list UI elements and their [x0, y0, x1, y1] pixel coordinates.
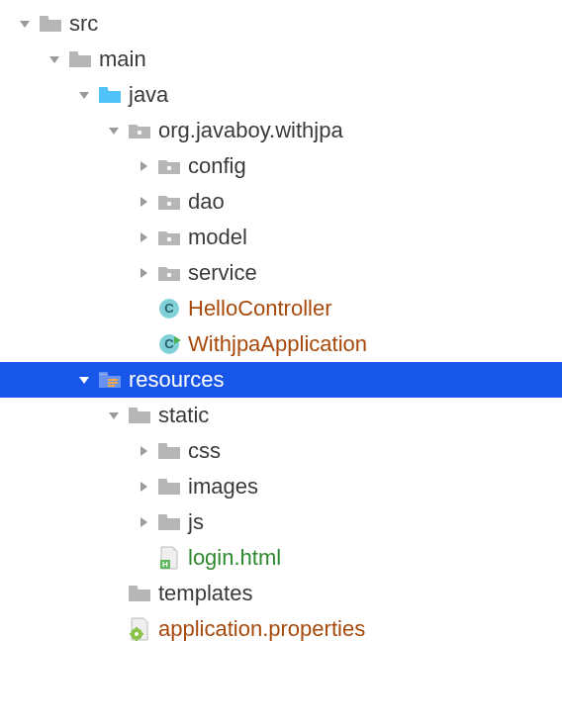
folder-src[interactable]: src — [0, 6, 562, 42]
class-withjpaapplication[interactable]: CWithjpaApplication — [0, 326, 562, 362]
tree-item-label: images — [188, 476, 258, 498]
package-icon — [156, 260, 182, 286]
disclosure-down-icon[interactable] — [105, 122, 123, 139]
svg-rect-28 — [140, 633, 143, 635]
folder-css[interactable]: css — [0, 433, 562, 469]
disclosure-down-icon[interactable] — [75, 86, 93, 104]
props-file-icon — [127, 616, 152, 642]
svg-rect-22 — [129, 586, 138, 589]
svg-point-24 — [135, 632, 139, 636]
svg-rect-0 — [40, 16, 48, 19]
folder-gray-icon — [127, 581, 152, 606]
folder-templates[interactable]: templates — [0, 576, 562, 611]
package-icon — [156, 153, 182, 179]
tree-item-label: dao — [188, 191, 225, 213]
tree-item-label: service — [188, 262, 257, 284]
disclosure-down-icon[interactable] — [16, 15, 34, 33]
svg-point-5 — [167, 202, 171, 206]
package-icon — [156, 225, 182, 250]
svg-text:C: C — [164, 336, 174, 351]
svg-point-7 — [167, 273, 171, 277]
disclosure-right-icon[interactable] — [135, 442, 152, 460]
folder-gray-icon — [67, 46, 93, 72]
disclosure-right-icon[interactable] — [135, 228, 152, 246]
file-login-html[interactable]: Hlogin.html — [0, 540, 562, 576]
folder-main[interactable]: main — [0, 42, 562, 77]
svg-rect-15 — [108, 385, 115, 387]
svg-rect-14 — [108, 382, 118, 384]
disclosure-down-icon[interactable] — [46, 50, 63, 68]
svg-point-3 — [138, 131, 141, 135]
svg-rect-1 — [69, 51, 78, 54]
package-config[interactable]: config — [0, 148, 562, 184]
html-file-icon: H — [156, 545, 182, 571]
package-root[interactable]: org.javaboy.withjpa — [0, 113, 562, 148]
disclosure-right-icon[interactable] — [135, 513, 152, 531]
tree-item-label: js — [188, 511, 204, 533]
tree-item-label: css — [188, 440, 221, 462]
package-icon — [127, 118, 152, 143]
tree-item-label: config — [188, 155, 246, 177]
java-class-run-icon: C — [156, 331, 182, 357]
tree-item-label: WithjpaApplication — [188, 333, 367, 355]
folder-gray-icon — [156, 438, 182, 464]
svg-rect-19 — [158, 514, 167, 517]
file-application-properties[interactable]: application.properties — [0, 611, 562, 647]
svg-rect-13 — [108, 379, 118, 381]
svg-rect-26 — [136, 638, 138, 641]
project-tree[interactable]: srcmainjavaorg.javaboy.withjpaconfigdaom… — [0, 0, 562, 647]
package-icon — [156, 189, 182, 215]
folder-images[interactable]: images — [0, 469, 562, 504]
disclosure-down-icon[interactable] — [75, 371, 93, 389]
tree-item-label: templates — [158, 583, 252, 604]
package-service[interactable]: service — [0, 255, 562, 291]
tree-item-label: resources — [129, 369, 225, 391]
svg-text:C: C — [164, 301, 174, 316]
disclosure-right-icon[interactable] — [135, 478, 152, 496]
svg-rect-18 — [158, 479, 167, 482]
resources-icon — [97, 367, 123, 393]
package-dao[interactable]: dao — [0, 184, 562, 220]
class-hellocontroller[interactable]: CHelloController — [0, 291, 562, 326]
svg-rect-12 — [99, 372, 108, 375]
tree-item-label: HelloController — [188, 298, 332, 319]
package-model[interactable]: model — [0, 220, 562, 255]
tree-item-label: java — [129, 84, 168, 106]
svg-rect-16 — [129, 408, 138, 410]
java-class-icon: C — [156, 296, 182, 321]
tree-item-label: static — [158, 405, 209, 426]
folder-gray-icon — [127, 403, 152, 428]
tree-item-label: org.javaboy.withjpa — [158, 120, 343, 141]
folder-gray-icon — [156, 474, 182, 500]
disclosure-right-icon[interactable] — [135, 264, 152, 282]
disclosure-down-icon[interactable] — [105, 407, 123, 424]
folder-gray-icon — [38, 11, 63, 37]
svg-point-6 — [167, 237, 171, 241]
folder-blue-icon — [97, 82, 123, 108]
folder-resources[interactable]: resources — [0, 362, 562, 398]
tree-item-label: src — [69, 13, 98, 35]
folder-static[interactable]: static — [0, 398, 562, 433]
svg-text:H: H — [162, 560, 168, 569]
disclosure-right-icon[interactable] — [135, 193, 152, 211]
svg-rect-25 — [136, 627, 138, 630]
svg-point-4 — [167, 166, 171, 170]
svg-rect-17 — [158, 443, 167, 446]
folder-gray-icon — [156, 509, 182, 535]
tree-item-label: application.properties — [158, 618, 365, 640]
folder-js[interactable]: js — [0, 504, 562, 540]
folder-java[interactable]: java — [0, 77, 562, 113]
tree-item-label: login.html — [188, 547, 281, 569]
disclosure-right-icon[interactable] — [135, 157, 152, 175]
tree-item-label: main — [99, 48, 146, 70]
svg-rect-27 — [130, 633, 133, 635]
svg-rect-2 — [99, 87, 108, 90]
tree-item-label: model — [188, 227, 247, 248]
